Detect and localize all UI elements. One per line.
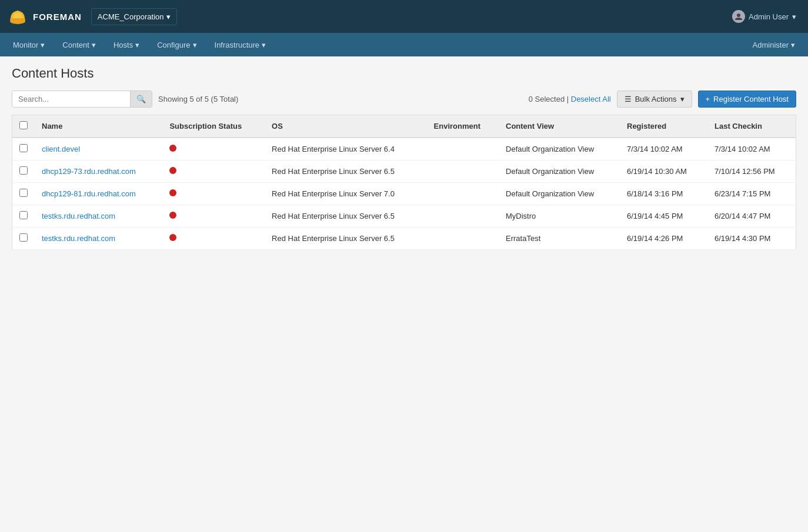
- hosts-table: Name Subscription Status OS Environment …: [12, 115, 796, 250]
- brand-logo: FOREMAN: [7, 6, 82, 27]
- subscription-status-dot: [169, 167, 176, 174]
- col-header-last-checkin: Last Checkin: [707, 115, 796, 138]
- row-checkbox-3[interactable]: [19, 211, 28, 219]
- administer-caret-icon: ▾: [791, 41, 795, 49]
- host-name-link[interactable]: client.devel: [42, 145, 80, 153]
- content-caret-icon: ▾: [92, 41, 96, 49]
- bulk-actions-label: Bulk Actions: [635, 95, 677, 103]
- nav-item-administer[interactable]: Administer ▾: [744, 36, 803, 54]
- row-checkbox-4[interactable]: [19, 233, 28, 242]
- admin-user-label: Admin User: [749, 12, 789, 21]
- bulk-actions-button[interactable]: ☰ Bulk Actions ▾: [617, 91, 692, 108]
- table-row: testks.rdu.redhat.com Red Hat Enterprise…: [12, 205, 796, 227]
- monitor-caret-icon: ▾: [41, 41, 45, 49]
- header-checkbox-cell: [12, 115, 35, 138]
- row-environment: [427, 205, 499, 227]
- row-checkbox-cell: [12, 183, 35, 205]
- search-input[interactable]: [12, 91, 130, 107]
- row-subscription-status: [162, 183, 265, 205]
- host-name-link[interactable]: dhcp129-81.rdu.redhat.com: [42, 189, 136, 198]
- row-subscription-status: [162, 227, 265, 250]
- svg-point-2: [737, 14, 740, 17]
- col-header-name: Name: [35, 115, 162, 138]
- top-nav-right: Admin User ▾: [727, 8, 801, 25]
- list-icon: ☰: [625, 95, 632, 103]
- row-content-view: MyDistro: [499, 205, 620, 227]
- selected-count: 0 Selected |: [529, 95, 569, 103]
- plus-icon: +: [706, 95, 710, 103]
- table-row: client.devel Red Hat Enterprise Linux Se…: [12, 138, 796, 160]
- nav-item-monitor[interactable]: Monitor ▾: [5, 36, 53, 54]
- org-name: ACME_Corporation: [98, 12, 164, 21]
- infrastructure-caret-icon: ▾: [262, 41, 266, 49]
- org-selector[interactable]: ACME_Corporation ▾: [91, 8, 177, 25]
- row-registered: 6/18/14 3:16 PM: [620, 183, 707, 205]
- subscription-status-dot: [169, 234, 176, 241]
- host-name-link[interactable]: dhcp129-73.rdu.redhat.com: [42, 167, 136, 176]
- col-header-os: OS: [265, 115, 427, 138]
- row-checkbox-1[interactable]: [19, 166, 28, 175]
- row-content-view: ErrataTest: [499, 227, 620, 250]
- row-content-view: Default Organization View: [499, 138, 620, 160]
- col-header-subscription-status: Subscription Status: [162, 115, 265, 138]
- row-subscription-status: [162, 160, 265, 183]
- nav-right: Administer ▾: [744, 36, 803, 54]
- top-navbar: FOREMAN ACME_Corporation ▾ Admin User ▾: [0, 0, 808, 33]
- main-navbar: Monitor ▾ Content ▾ Hosts ▾ Configure ▾ …: [0, 33, 808, 56]
- register-label: Register Content Host: [713, 95, 789, 103]
- toolbar: 🔍 Showing 5 of 5 (5 Total) 0 Selected | …: [12, 91, 796, 108]
- row-environment: [427, 183, 499, 205]
- select-all-checkbox[interactable]: [19, 121, 28, 129]
- hosts-caret-icon: ▾: [135, 41, 139, 49]
- page-title: Content Hosts: [12, 66, 796, 81]
- subscription-status-dot: [169, 189, 176, 196]
- row-checkbox-0[interactable]: [19, 144, 28, 152]
- search-button[interactable]: 🔍: [130, 91, 152, 107]
- row-subscription-status: [162, 205, 265, 227]
- admin-user-menu[interactable]: Admin User ▾: [727, 8, 801, 25]
- table-header-row: Name Subscription Status OS Environment …: [12, 115, 796, 138]
- row-os: Red Hat Enterprise Linux Server 6.5: [265, 227, 427, 250]
- row-registered: 7/3/14 10:02 AM: [620, 138, 707, 160]
- deselect-all-link[interactable]: Deselect All: [571, 95, 611, 103]
- search-box: 🔍: [12, 91, 152, 108]
- row-os: Red Hat Enterprise Linux Server 6.4: [265, 138, 427, 160]
- row-checkbox-cell: [12, 160, 35, 183]
- host-name-link[interactable]: testks.rdu.redhat.com: [42, 234, 115, 243]
- row-subscription-status: [162, 138, 265, 160]
- table-row: dhcp129-73.rdu.redhat.com Red Hat Enterp…: [12, 160, 796, 183]
- row-checkbox-cell: [12, 205, 35, 227]
- row-name: client.devel: [35, 138, 162, 160]
- subscription-status-dot: [169, 212, 176, 219]
- col-header-registered: Registered: [620, 115, 707, 138]
- bulk-actions-caret-icon: ▾: [680, 95, 685, 103]
- row-environment: [427, 227, 499, 250]
- row-os: Red Hat Enterprise Linux Server 6.5: [265, 160, 427, 183]
- col-header-content-view: Content View: [499, 115, 620, 138]
- row-registered: 6/19/14 4:45 PM: [620, 205, 707, 227]
- register-content-host-button[interactable]: + Register Content Host: [698, 91, 797, 108]
- row-checkbox-cell: [12, 227, 35, 250]
- table-row: testks.rdu.redhat.com Red Hat Enterprise…: [12, 227, 796, 250]
- configure-caret-icon: ▾: [193, 41, 197, 49]
- nav-item-content[interactable]: Content ▾: [54, 36, 104, 54]
- row-last-checkin: 6/19/14 4:30 PM: [707, 227, 796, 250]
- row-content-view: Default Organization View: [499, 160, 620, 183]
- row-checkbox-2[interactable]: [19, 189, 28, 197]
- admin-user-caret-icon: ▾: [792, 12, 796, 21]
- row-name: dhcp129-81.rdu.redhat.com: [35, 183, 162, 205]
- nav-item-configure[interactable]: Configure ▾: [149, 36, 205, 54]
- selected-info: 0 Selected | Deselect All: [529, 95, 611, 103]
- row-name: testks.rdu.redhat.com: [35, 205, 162, 227]
- svg-rect-1: [10, 18, 25, 21]
- nav-item-infrastructure[interactable]: Infrastructure ▾: [206, 36, 275, 54]
- row-content-view: Default Organization View: [499, 183, 620, 205]
- host-name-link[interactable]: testks.rdu.redhat.com: [42, 212, 115, 220]
- org-caret-icon: ▾: [166, 12, 171, 21]
- row-environment: [427, 160, 499, 183]
- row-name: dhcp129-73.rdu.redhat.com: [35, 160, 162, 183]
- nav-item-hosts[interactable]: Hosts ▾: [105, 36, 148, 54]
- row-name: testks.rdu.redhat.com: [35, 227, 162, 250]
- table-row: dhcp129-81.rdu.redhat.com Red Hat Enterp…: [12, 183, 796, 205]
- brand-name: FOREMAN: [33, 12, 82, 22]
